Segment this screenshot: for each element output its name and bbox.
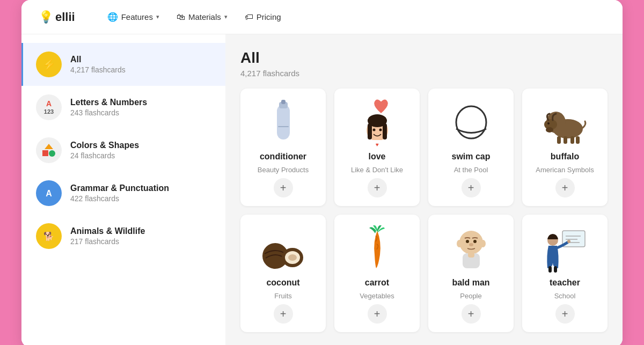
add-button-bald-man[interactable]: + [462, 304, 481, 324]
svg-text:🐕: 🐕 [43, 231, 54, 241]
sidebar-icon-animals: 🐕 [36, 223, 62, 249]
flashcard-category-buffalo: American Symbols [536, 166, 594, 174]
svg-point-35 [480, 240, 486, 247]
svg-rect-7 [277, 105, 290, 140]
sidebar-item-grammar[interactable]: A Grammar & Punctuation 422 flashcards [21, 172, 225, 215]
svg-rect-0 [42, 150, 48, 156]
add-button-swim-cap[interactable]: + [462, 178, 481, 197]
add-button-carrot[interactable]: + [368, 304, 387, 324]
sidebar-item-all[interactable]: ⚡ All 4,217 flashcards [21, 43, 225, 86]
svg-marker-2 [45, 144, 53, 149]
nav-materials[interactable]: 🛍 Materials ▾ [170, 9, 234, 25]
content-subtitle: 4,217 flashcards [240, 69, 608, 78]
nav-features-label: Features [121, 12, 153, 21]
sidebar-title-all: All [70, 55, 126, 64]
sidebar-text-all: All 4,217 flashcards [70, 55, 126, 74]
flashcard-grid: conditioner Beauty Products + [240, 89, 608, 332]
svg-point-23 [547, 122, 550, 124]
flashcard-image-teacher [541, 225, 589, 274]
flashcard-name-conditioner: conditioner [260, 152, 306, 162]
sidebar-count-animals: 217 flashcards [70, 237, 145, 246]
sidebar-count-colors: 24 flashcards [70, 151, 139, 160]
sidebar-title-letters: Letters & Numbers [70, 98, 147, 107]
logo[interactable]: 💡 ellii [39, 10, 75, 24]
sidebar-title-grammar: Grammar & Punctuation [70, 183, 169, 193]
logo-text: ellii [55, 10, 75, 24]
sidebar-item-letters[interactable]: A123 Letters & Numbers 243 flashcards [21, 86, 225, 129]
sidebar-icon-colors [36, 137, 62, 163]
globe-icon: 🌐 [107, 12, 118, 22]
flashcard-name-swim-cap: swim cap [451, 152, 490, 162]
flashcard-name-love: love [368, 152, 385, 162]
content-header: All 4,217 flashcards [240, 49, 608, 78]
flashcard-category-carrot: Vegetables [360, 292, 394, 300]
sidebar-icon-letters: A123 [36, 94, 62, 120]
sidebar-text-animals: Animals & Wildlife 217 flashcards [70, 226, 145, 246]
sidebar-count-letters: 243 flashcards [70, 108, 147, 117]
nav-pricing[interactable]: 🏷 Pricing [238, 9, 288, 25]
flashcard-carrot: carrot Vegetables + [334, 215, 420, 332]
flashcard-name-bald-man: bald man [452, 278, 489, 288]
add-button-coconut[interactable]: + [274, 304, 293, 324]
flashcard-image-buffalo [541, 99, 589, 148]
flashcard-teacher: teacher School + [522, 215, 608, 332]
content-title: All [240, 49, 608, 67]
flashcard-category-love: Like & Don't Like [351, 166, 403, 174]
flashcard-image-love: ♥ [353, 99, 401, 148]
main-nav: 🌐 Features ▾ 🛍 Materials ▾ 🏷 Pricing [101, 9, 288, 25]
sidebar-count-grammar: 422 flashcards [70, 194, 169, 203]
flashcard-image-swim-cap [447, 99, 495, 148]
svg-point-24 [546, 127, 553, 133]
sidebar-text-letters: Letters & Numbers 243 flashcards [70, 98, 147, 117]
nav-pricing-label: Pricing [257, 12, 281, 21]
bag-icon: 🛍 [177, 12, 185, 22]
flashcard-category-teacher: School [554, 292, 576, 300]
sidebar: ⚡ All 4,217 flashcards A123 Letters & Nu… [21, 34, 225, 345]
flashcard-category-conditioner: Beauty Products [258, 166, 309, 174]
flashcard-love: ♥ love Like & Don't Like + [334, 89, 420, 206]
flashcard-category-coconut: Fruits [274, 292, 292, 300]
sidebar-item-animals[interactable]: 🐕 Animals & Wildlife 217 flashcards [21, 215, 225, 258]
flashcard-coconut: coconut Fruits + [240, 215, 326, 332]
svg-rect-28 [576, 136, 580, 144]
svg-point-32 [288, 254, 297, 261]
flashcard-name-coconut: coconut [266, 278, 299, 288]
logo-icon: 💡 [39, 10, 53, 24]
svg-point-1 [49, 150, 55, 157]
svg-point-33 [459, 231, 483, 254]
sidebar-item-colors[interactable]: Colors & Shapes 24 flashcards [21, 129, 225, 172]
flashcard-buffalo: buffalo American Symbols + [522, 89, 608, 206]
flashcard-swim-cap: swim cap At the Pool + [428, 89, 514, 206]
flashcard-bald-man: bald man People + [428, 215, 514, 332]
flashcard-category-bald-man: People [460, 292, 481, 300]
chevron-down-icon-2: ▾ [224, 13, 228, 20]
flashcard-category-swim-cap: At the Pool [454, 166, 488, 174]
svg-rect-9 [281, 100, 286, 104]
flashcard-name-carrot: carrot [365, 278, 389, 288]
sidebar-icon-all: ⚡ [36, 52, 62, 77]
add-button-love[interactable]: + [368, 178, 387, 197]
svg-point-37 [473, 240, 477, 243]
header: 💡 ellii 🌐 Features ▾ 🛍 Materials ▾ 🏷 Pri… [21, 0, 623, 34]
svg-rect-40 [468, 252, 474, 258]
sidebar-count-all: 4,217 flashcards [70, 65, 126, 74]
tag-icon: 🏷 [245, 12, 253, 22]
content-area: All 4,217 flashcards condi [225, 34, 623, 345]
svg-point-34 [457, 240, 462, 247]
svg-point-15 [372, 129, 375, 131]
sidebar-title-colors: Colors & Shapes [70, 141, 139, 150]
flashcard-name-buffalo: buffalo [551, 152, 579, 162]
svg-rect-14 [383, 123, 387, 140]
svg-rect-48 [554, 266, 557, 273]
flashcard-image-conditioner [259, 99, 308, 148]
nav-features[interactable]: 🌐 Features ▾ [101, 9, 166, 25]
svg-rect-25 [557, 136, 561, 144]
svg-point-36 [466, 240, 469, 243]
add-button-teacher[interactable]: + [555, 304, 575, 324]
nav-materials-label: Materials [188, 12, 221, 21]
svg-point-38 [469, 243, 473, 246]
add-button-buffalo[interactable]: + [555, 178, 575, 197]
svg-rect-47 [548, 266, 552, 273]
add-button-conditioner[interactable]: + [274, 178, 293, 197]
svg-rect-13 [368, 123, 372, 140]
